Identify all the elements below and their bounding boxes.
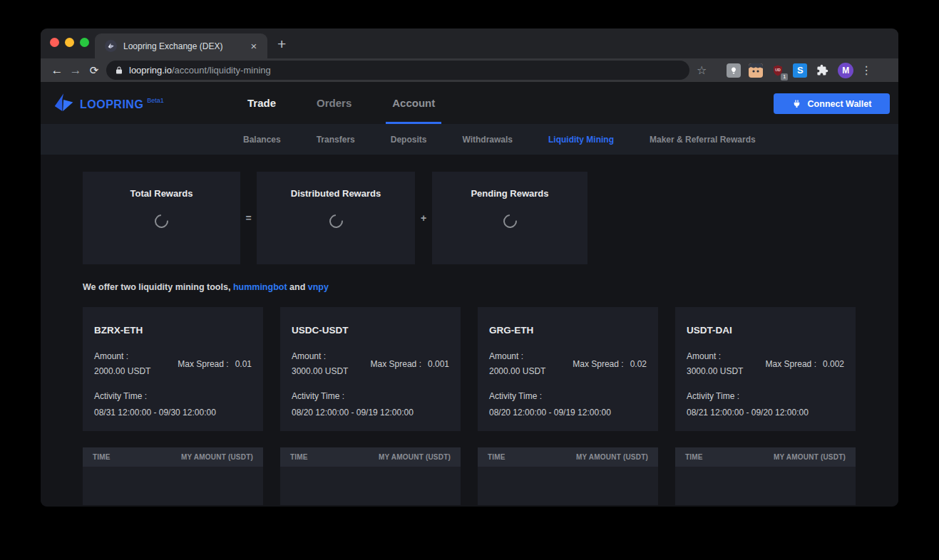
max-spread-label: Max Spread : (573, 359, 623, 369)
card-title: Pending Rewards (432, 188, 587, 199)
max-spread-value: 0.02 (630, 359, 647, 369)
mining-card-usdc-usdt: USDC-USDT Amount : 3000.00 USDT Max Spre… (280, 307, 461, 431)
total-rewards-card: Total Rewards (83, 172, 240, 264)
reload-icon[interactable]: ⟳ (85, 64, 103, 77)
card-title: Total Rewards (83, 188, 240, 199)
browser-toolbar: ← → ⟳ loopring.io/account/liquidity-mini… (41, 58, 898, 82)
nav-account[interactable]: Account (392, 82, 435, 124)
vnpy-link[interactable]: vnpy (308, 282, 329, 292)
ublock-shield-extension-icon[interactable]: UD 1 (771, 63, 785, 78)
mining-card-usdt-dai: USDT-DAI Amount : 3000.00 USDT Max Sprea… (675, 307, 856, 431)
max-spread-label: Max Spread : (371, 359, 421, 369)
max-spread-value: 0.01 (235, 359, 252, 369)
subnav-maker-referral-rewards[interactable]: Maker & Referral Rewards (650, 135, 756, 145)
loading-spinner-icon (152, 212, 171, 231)
bookmark-star-icon[interactable]: ☆ (697, 63, 707, 77)
distributed-rewards-card: Distributed Rewards (257, 172, 415, 264)
site-header: LOOPRING Beta1 Trade Orders Account Conn… (41, 82, 898, 124)
card-title: Distributed Rewards (257, 188, 415, 199)
amount-column-header: MY AMOUNT (USDT) (774, 453, 846, 461)
max-spread-value: 0.001 (428, 359, 449, 369)
amount-label: Amount : (687, 349, 743, 364)
logo-text: LOOPRING (80, 98, 143, 111)
amount-value: 2000.00 USDT (489, 364, 545, 379)
extensions-puzzle-icon[interactable] (815, 63, 829, 78)
time-column-header: TIME (488, 453, 506, 461)
lock-icon (115, 66, 123, 75)
amount-column-header: MY AMOUNT (USDT) (379, 453, 451, 461)
hummingbot-link[interactable]: hummingbot (233, 282, 287, 292)
amount-value: 2000.00 USDT (94, 364, 150, 379)
url-path: /account/liquidity-mining (172, 65, 271, 76)
table-body (478, 467, 658, 505)
loopring-favicon-icon (105, 40, 117, 52)
loopring-logo[interactable]: LOOPRING Beta1 (53, 93, 164, 113)
address-bar[interactable]: loopring.io/account/liquidity-mining (106, 61, 689, 80)
max-spread-label: Max Spread : (178, 359, 228, 369)
lighthouse-extension-icon[interactable] (727, 63, 741, 78)
profile-avatar[interactable]: M (838, 63, 853, 78)
extension-badge: 1 (781, 73, 788, 81)
time-column-header: TIME (290, 453, 308, 461)
back-icon[interactable]: ← (48, 63, 66, 78)
activity-time-label: Activity Time : (489, 391, 647, 401)
subnav-transfers[interactable]: Transfers (317, 135, 355, 145)
pair-name: USDC-USDT (292, 307, 449, 336)
subnav-balances[interactable]: Balances (243, 135, 281, 145)
pair-name: BZRX-ETH (94, 307, 252, 336)
connect-wallet-button[interactable]: Connect Wallet (774, 93, 890, 114)
activity-time-value: 08/31 12:00:00 - 09/30 12:00:00 (94, 408, 252, 418)
mining-pairs-row: BZRX-ETH Amount : 2000.00 USDT Max Sprea… (83, 307, 898, 431)
tab-strip: Loopring Exchange (DEX) × + (41, 28, 898, 58)
tools-intro-text: We offer two liquidity mining tools, hum… (83, 282, 898, 292)
tab-title: Loopring Exchange (DEX) (123, 41, 247, 51)
time-column-header: TIME (93, 453, 111, 461)
tab-close-icon[interactable]: × (247, 40, 260, 53)
traffic-lights (50, 38, 89, 47)
mining-card-grg-eth: GRG-ETH Amount : 2000.00 USDT Max Spread… (478, 307, 658, 431)
activity-time-value: 08/20 12:00:00 - 09/19 12:00:00 (489, 408, 647, 418)
loading-spinner-icon (327, 212, 346, 231)
robot-face-extension-icon[interactable] (749, 63, 763, 78)
zoom-window-button[interactable] (80, 38, 89, 47)
max-spread-label: Max Spread : (766, 359, 816, 369)
chrome-menu-icon[interactable]: ⋮ (861, 63, 872, 77)
s-extension-icon[interactable]: S (793, 63, 807, 78)
amount-value: 3000.00 USDT (292, 364, 348, 379)
beta-label: Beta1 (147, 97, 164, 104)
url-domain: loopring.io (129, 65, 172, 76)
account-subnav: Balances Transfers Deposits Withdrawals … (41, 124, 898, 155)
table-body (83, 467, 263, 505)
nav-orders[interactable]: Orders (317, 82, 352, 124)
mining-table: TIME MY AMOUNT (USDT) (478, 447, 658, 505)
extension-icons: UD 1 S (727, 63, 829, 78)
forward-icon[interactable]: → (66, 63, 85, 78)
mining-table: TIME MY AMOUNT (USDT) (675, 447, 856, 505)
page-content: Total Rewards = Distributed Rewards + Pe… (41, 172, 898, 505)
subnav-deposits[interactable]: Deposits (391, 135, 427, 145)
amount-label: Amount : (292, 349, 348, 364)
plug-icon (792, 99, 801, 109)
time-column-header: TIME (685, 453, 703, 461)
subnav-liquidity-mining[interactable]: Liquidity Mining (548, 135, 614, 145)
amount-label: Amount : (489, 349, 545, 364)
svg-text:UD: UD (776, 68, 781, 72)
browser-tab[interactable]: Loopring Exchange (DEX) × (95, 33, 267, 58)
nav-trade[interactable]: Trade (247, 82, 276, 124)
pair-name: USDT-DAI (687, 307, 844, 336)
max-spread-value: 0.002 (823, 359, 844, 369)
subnav-withdrawals[interactable]: Withdrawals (462, 135, 513, 145)
intro-prefix: We offer two liquidity mining tools, (83, 282, 230, 292)
amount-label: Amount : (94, 349, 150, 364)
loopring-site: LOOPRING Beta1 Trade Orders Account Conn… (41, 82, 898, 507)
amount-column-header: MY AMOUNT (USDT) (576, 453, 648, 461)
minimize-window-button[interactable] (65, 38, 74, 47)
activity-time-label: Activity Time : (292, 391, 449, 401)
mining-table: TIME MY AMOUNT (USDT) (83, 447, 263, 505)
loading-spinner-icon (501, 212, 520, 231)
browser-window: Loopring Exchange (DEX) × + ← → ⟳ loopri… (41, 28, 898, 507)
activity-time-value: 08/21 12:00:00 - 09/20 12:00:00 (687, 408, 844, 418)
new-tab-button[interactable]: + (277, 36, 286, 53)
close-window-button[interactable] (50, 38, 59, 47)
table-body (675, 467, 856, 505)
